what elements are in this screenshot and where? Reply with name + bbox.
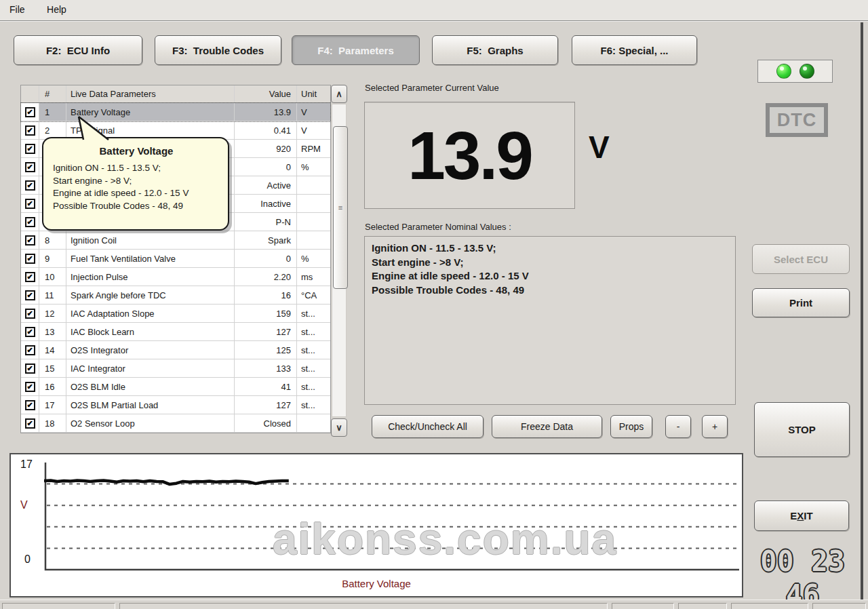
status-segment <box>612 603 674 609</box>
row-value: 13.9 <box>234 103 296 121</box>
row-checkbox[interactable]: ✔ <box>25 272 35 282</box>
table-row[interactable]: ✔8Ignition CoilSpark <box>21 231 330 250</box>
tab-trouble-codes[interactable]: F3: Trouble Codes <box>155 35 281 65</box>
row-checkbox[interactable]: ✔ <box>25 309 35 319</box>
row-checkbox-cell: ✔ <box>21 195 39 212</box>
row-checkbox-cell: ✔ <box>21 121 39 139</box>
row-value: 159 <box>234 304 296 322</box>
row-unit <box>296 195 330 212</box>
tooltip-line: Ignition ON - 11.5 - 13.5 V; <box>53 162 220 175</box>
row-checkbox-cell: ✔ <box>21 213 39 231</box>
row-unit: st... <box>296 396 330 414</box>
row-unit: V <box>296 103 330 121</box>
row-checkbox[interactable]: ✔ <box>25 290 35 300</box>
row-checkbox-cell: ✔ <box>21 231 39 249</box>
table-row[interactable]: ✔11Spark Angle before TDC16°CA <box>21 286 330 304</box>
row-number: 15 <box>39 359 66 377</box>
row-checkbox[interactable]: ✔ <box>25 162 35 172</box>
row-checkbox[interactable]: ✔ <box>25 180 35 191</box>
row-value: 133 <box>234 359 296 377</box>
props-button[interactable]: Props <box>610 415 652 438</box>
row-unit: V <box>296 121 330 139</box>
row-parameter-name: IAC Block Learn <box>66 323 234 340</box>
row-checkbox[interactable]: ✔ <box>25 125 35 136</box>
status-segment <box>2 603 115 609</box>
battery-voltage-trace <box>44 481 289 485</box>
row-checkbox[interactable]: ✔ <box>25 235 35 245</box>
table-row[interactable]: ✔13IAC Block Learn127st... <box>21 323 330 341</box>
row-checkbox[interactable]: ✔ <box>25 400 35 410</box>
table-row[interactable]: ✔9Fuel Tank Ventilation Valve0% <box>21 250 330 268</box>
row-value: 920 <box>234 140 296 157</box>
row-value: 2.20 <box>234 268 296 286</box>
increase-button[interactable]: + <box>702 415 728 438</box>
table-scrollbar[interactable]: ∧ ≡ ∨ <box>331 85 347 437</box>
row-unit: st... <box>296 323 330 340</box>
row-number: 16 <box>39 378 66 395</box>
row-parameter-name: Spark Angle before TDC <box>66 286 234 304</box>
tab-graphs[interactable]: F5: Graphs <box>432 35 558 65</box>
row-checkbox-cell: ✔ <box>21 396 39 414</box>
table-row[interactable]: ✔15IAC Integrator133st... <box>21 359 330 378</box>
row-unit: st... <box>296 378 330 395</box>
table-row[interactable]: ✔10Injection Pulse2.20ms <box>21 268 330 286</box>
tab-ecu-info[interactable]: F2: ECU Info <box>14 35 142 65</box>
select-ecu-button[interactable]: Select ECU <box>752 244 850 274</box>
row-checkbox[interactable]: ✔ <box>25 327 35 337</box>
row-checkbox[interactable]: ✔ <box>25 382 35 392</box>
row-parameter-name: IAC Integrator <box>66 359 234 377</box>
menu-bar: File Help <box>0 0 868 20</box>
header-num: # <box>39 85 66 102</box>
table-row[interactable]: ✔16O2S BLM Idle41st... <box>21 378 330 396</box>
table-row[interactable]: ✔1Battery Voltage13.9V <box>21 103 330 121</box>
row-unit: % <box>296 158 330 176</box>
freeze-data-button[interactable]: Freeze Data <box>492 415 602 438</box>
status-led-dark-green-icon <box>800 64 814 79</box>
scroll-down-icon[interactable]: ∨ <box>331 418 347 437</box>
menu-item-file[interactable]: File <box>0 0 32 15</box>
row-unit <box>296 414 330 432</box>
row-checkbox[interactable]: ✔ <box>25 254 35 264</box>
row-checkbox-cell: ✔ <box>21 140 39 157</box>
row-parameter-name: IAC Adaptation Slope <box>66 304 234 322</box>
header-name: Live Data Parameters <box>66 85 234 102</box>
print-button[interactable]: Print <box>752 288 850 317</box>
scrollbar-thumb[interactable]: ≡ <box>333 126 348 289</box>
row-number: 11 <box>39 286 66 304</box>
tooltip-title: Battery Voltage <box>53 145 220 157</box>
menu-item-help[interactable]: Help <box>35 0 73 15</box>
current-value-unit: V <box>589 129 610 165</box>
check-uncheck-all-button[interactable]: Check/Uncheck All <box>372 415 484 438</box>
nominal-line: Start engine - >8 V; <box>372 256 728 270</box>
exit-button[interactable]: EXIT <box>754 500 849 531</box>
stop-button[interactable]: STOP <box>754 402 850 457</box>
table-row[interactable]: ✔17O2S BLM Partial Load127st... <box>21 396 330 414</box>
tab-parameters[interactable]: F4: Parameters <box>292 35 420 65</box>
row-checkbox[interactable]: ✔ <box>25 418 35 429</box>
table-row[interactable]: ✔14O2S Integrator125st... <box>21 341 330 359</box>
row-value: 16 <box>234 286 296 304</box>
table-row[interactable]: ✔12IAC Adaptation Slope159st... <box>21 304 330 323</box>
scroll-up-icon[interactable]: ∧ <box>331 85 347 103</box>
nominal-line: Ignition ON - 11.5 - 13.5 V; <box>372 241 728 256</box>
table-row[interactable]: ✔18O2 Sensor LoopClosed <box>21 414 330 433</box>
row-checkbox[interactable]: ✔ <box>25 364 35 374</box>
row-number: 1 <box>39 103 66 121</box>
row-value: 0.41 <box>234 121 296 139</box>
row-value: Inactive <box>234 195 296 212</box>
row-checkbox[interactable]: ✔ <box>25 217 35 227</box>
row-checkbox[interactable]: ✔ <box>25 107 35 117</box>
scrollbar-track[interactable]: ≡ <box>332 104 347 417</box>
row-number: 18 <box>39 414 66 432</box>
row-checkbox[interactable]: ✔ <box>25 345 35 355</box>
row-number: 13 <box>39 323 66 340</box>
row-number: 12 <box>39 304 66 322</box>
current-value-label: Selected Parameter Current Value <box>365 83 499 93</box>
decrease-button[interactable]: - <box>665 415 691 438</box>
row-checkbox[interactable]: ✔ <box>25 144 35 154</box>
tooltip-pointer <box>69 115 113 141</box>
row-checkbox[interactable]: ✔ <box>25 199 35 209</box>
row-unit <box>296 213 330 231</box>
row-parameter-name: O2S BLM Partial Load <box>66 396 234 414</box>
tab-special[interactable]: F6: Special, ... <box>572 35 697 65</box>
